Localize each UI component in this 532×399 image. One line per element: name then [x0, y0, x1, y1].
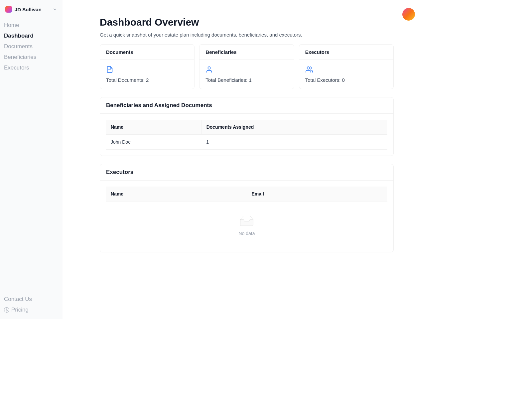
file-icon	[106, 66, 113, 73]
stat-card-beneficiaries: Beneficiaries Total Beneficiaries: 1	[199, 44, 294, 89]
svg-point-1	[208, 67, 210, 69]
users-icon	[305, 66, 313, 73]
user-icon	[205, 66, 213, 73]
dollar-icon: $	[4, 307, 9, 313]
sidebar-item-pricing[interactable]: $ Pricing	[4, 305, 59, 315]
chevron-down-icon	[53, 7, 57, 12]
svg-point-2	[307, 67, 309, 69]
page-title: Dashboard Overview	[100, 17, 394, 28]
stat-label: Total Executors: 0	[305, 77, 387, 83]
sidebar-item-dashboard[interactable]: Dashboard	[4, 31, 59, 41]
cell-docs-assigned: 1	[201, 135, 387, 150]
section-title: Executors	[106, 169, 387, 176]
sidebar: JD Sullivan Home Dashboard Documents Ben…	[0, 0, 63, 319]
sidebar-item-home[interactable]: Home	[4, 20, 59, 31]
user-menu[interactable]: JD Sullivan	[4, 4, 59, 15]
sidebar-item-executors[interactable]: Executors	[4, 63, 59, 73]
profile-avatar[interactable]	[402, 8, 415, 21]
empty-text: No data	[238, 231, 255, 236]
sidebar-item-contact-us[interactable]: Contact Us	[4, 294, 59, 305]
sidebar-item-label: Contact Us	[4, 296, 32, 303]
table-row[interactable]: John Doe 1	[106, 135, 387, 150]
stat-card-title: Executors	[305, 49, 387, 55]
stat-card-documents: Documents Total Documents: 2	[100, 44, 195, 89]
stat-label: Total Beneficiaries: 1	[205, 77, 288, 83]
sidebar-nav: Home Dashboard Documents Beneficiaries E…	[4, 20, 59, 294]
empty-icon	[238, 215, 256, 228]
column-header-documents-assigned[interactable]: Documents Assigned	[201, 120, 387, 135]
beneficiaries-table: Name Documents Assigned John Doe 1	[106, 120, 387, 150]
main-content: Dashboard Overview Get a quick snapshot …	[63, 0, 426, 319]
stat-card-title: Beneficiaries	[205, 49, 288, 55]
beneficiaries-section: Beneficiaries and Assigned Documents Nam…	[100, 97, 394, 156]
executors-section: Executors Name Email	[100, 164, 394, 252]
executors-table: Name Email	[106, 187, 387, 201]
sidebar-item-beneficiaries[interactable]: Beneficiaries	[4, 52, 59, 63]
stat-card-executors: Executors Total Executors: 0	[299, 44, 394, 89]
column-header-email[interactable]: Email	[247, 187, 387, 201]
user-avatar-icon	[5, 6, 12, 13]
sidebar-footer: Contact Us $ Pricing	[4, 294, 59, 315]
empty-state: No data	[106, 201, 387, 246]
stat-label: Total Documents: 2	[106, 77, 188, 83]
column-header-name[interactable]: Name	[106, 120, 201, 135]
user-name: JD Sullivan	[15, 7, 42, 12]
page-subtitle: Get a quick snapshot of your estate plan…	[100, 32, 394, 38]
sidebar-item-label: Pricing	[11, 307, 29, 313]
stat-card-title: Documents	[106, 49, 188, 55]
section-title: Beneficiaries and Assigned Documents	[106, 102, 387, 109]
sidebar-item-documents[interactable]: Documents	[4, 41, 59, 52]
stats-grid: Documents Total Documents: 2	[100, 44, 394, 89]
column-header-name[interactable]: Name	[106, 187, 247, 201]
cell-name: John Doe	[106, 135, 201, 150]
